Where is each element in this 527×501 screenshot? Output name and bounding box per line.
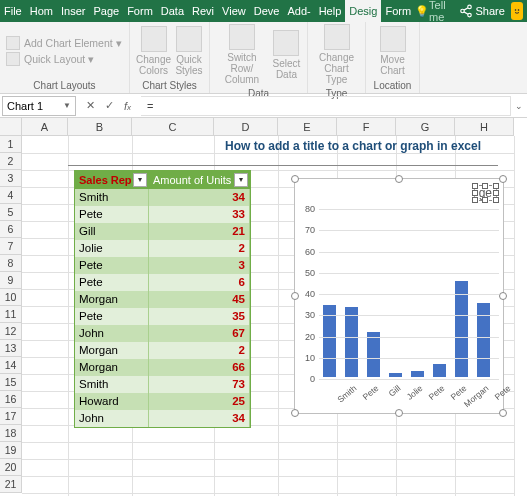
tab-insert[interactable]: Inser	[57, 0, 89, 22]
tab-home[interactable]: Hom	[26, 0, 57, 22]
row-header[interactable]: 10	[0, 289, 22, 306]
cell-value[interactable]: 33	[149, 206, 250, 223]
expand-formula-bar-icon[interactable]: ⌄	[511, 101, 527, 111]
chevron-down-icon[interactable]: ▼	[63, 101, 71, 110]
cell-value[interactable]: 45	[149, 291, 250, 308]
tab-view[interactable]: View	[218, 0, 250, 22]
feedback-smile-icon[interactable]	[511, 2, 523, 20]
data-table[interactable]: Sales Rep▾ Amount of Units▾ Smith34Pete3…	[74, 170, 251, 428]
row-header[interactable]: 3	[0, 170, 22, 187]
chart-title[interactable]: ge	[474, 185, 497, 201]
cell-name[interactable]: Gill	[75, 223, 149, 240]
tab-file[interactable]: File	[0, 0, 26, 22]
table-row[interactable]: Pete33	[75, 206, 250, 223]
table-row[interactable]: Pete3	[75, 257, 250, 274]
tellme-icon[interactable]: 💡	[415, 5, 429, 18]
cell-name[interactable]: Pete	[75, 257, 149, 274]
quick-layout-button[interactable]: Quick Layout ▾	[6, 52, 122, 66]
cell-name[interactable]: John	[75, 325, 149, 342]
row-header[interactable]: 19	[0, 442, 22, 459]
cell-name[interactable]: John	[75, 410, 149, 427]
cell-value[interactable]: 66	[149, 359, 250, 376]
column-header[interactable]: D	[214, 118, 278, 136]
tab-developer[interactable]: Deve	[250, 0, 284, 22]
column-header[interactable]: E	[278, 118, 337, 136]
column-header-amount[interactable]: Amount of Units▾	[149, 171, 250, 189]
column-header[interactable]: C	[132, 118, 214, 136]
cell-name[interactable]: Pete	[75, 308, 149, 325]
change-chart-type-button[interactable]: Change Chart Type	[314, 24, 359, 85]
table-row[interactable]: Smith73	[75, 376, 250, 393]
cell-name[interactable]: Smith	[75, 376, 149, 393]
cell-value[interactable]: 2	[149, 240, 250, 257]
chart-bar[interactable]	[411, 371, 424, 377]
chart-object[interactable]: ge 01020304050607080SmithPeteGillJoliePe…	[294, 178, 504, 414]
table-row[interactable]: Howard25	[75, 393, 250, 410]
quick-styles-button[interactable]: Quick Styles	[175, 26, 203, 76]
row-header[interactable]: 11	[0, 306, 22, 323]
row-header[interactable]: 9	[0, 272, 22, 289]
row-header[interactable]: 5	[0, 204, 22, 221]
cell-value[interactable]: 25	[149, 393, 250, 410]
chart-bar[interactable]	[477, 303, 490, 377]
filter-icon[interactable]: ▾	[234, 173, 248, 187]
fx-icon[interactable]: fx	[124, 100, 131, 112]
cancel-formula-icon[interactable]: ✕	[86, 99, 95, 112]
tellme-label[interactable]: Tell me	[429, 0, 452, 23]
row-header[interactable]: 1	[0, 136, 22, 153]
column-header[interactable]: A	[22, 118, 68, 136]
filter-icon[interactable]: ▾	[133, 173, 147, 187]
cell-value[interactable]: 3	[149, 257, 250, 274]
table-row[interactable]: Smith34	[75, 189, 250, 206]
tab-design[interactable]: Desig	[345, 0, 381, 22]
cell-name[interactable]: Morgan	[75, 359, 149, 376]
change-colors-button[interactable]: Change Colors	[136, 26, 171, 76]
row-header[interactable]: 2	[0, 153, 22, 170]
chart-bar[interactable]	[455, 281, 468, 377]
table-row[interactable]: John67	[75, 325, 250, 342]
chart-bar[interactable]	[433, 364, 446, 377]
row-header[interactable]: 13	[0, 340, 22, 357]
column-header[interactable]: F	[337, 118, 396, 136]
move-chart-button[interactable]: Move Chart	[372, 26, 413, 76]
chart-bar[interactable]	[367, 332, 380, 377]
row-header[interactable]: 15	[0, 374, 22, 391]
table-row[interactable]: Pete6	[75, 274, 250, 291]
cell-value[interactable]: 34	[149, 410, 250, 427]
cell-name[interactable]: Morgan	[75, 291, 149, 308]
add-chart-element-button[interactable]: Add Chart Element ▾	[6, 36, 122, 50]
tab-review[interactable]: Revi	[188, 0, 218, 22]
column-header[interactable]: G	[396, 118, 455, 136]
cell-name[interactable]: Smith	[75, 189, 149, 206]
tab-data[interactable]: Data	[157, 0, 188, 22]
row-header[interactable]: 4	[0, 187, 22, 204]
cell-value[interactable]: 67	[149, 325, 250, 342]
row-header[interactable]: 18	[0, 425, 22, 442]
select-all-corner[interactable]	[0, 118, 22, 136]
tab-formulas[interactable]: Form	[123, 0, 157, 22]
formula-bar[interactable]: =	[141, 96, 511, 116]
select-data-button[interactable]: Select Data	[272, 30, 301, 80]
row-header[interactable]: 14	[0, 357, 22, 374]
chart-bar[interactable]	[389, 373, 402, 377]
cell-value[interactable]: 34	[149, 189, 250, 206]
row-header[interactable]: 8	[0, 255, 22, 272]
table-row[interactable]: Morgan45	[75, 291, 250, 308]
table-row[interactable]: Jolie2	[75, 240, 250, 257]
row-header[interactable]: 6	[0, 221, 22, 238]
worksheet[interactable]: ABCDEFGH 1234567891011121314151617181920…	[0, 118, 527, 501]
cell-name[interactable]: Howard	[75, 393, 149, 410]
cell-name[interactable]: Pete	[75, 274, 149, 291]
enter-formula-icon[interactable]: ✓	[105, 99, 114, 112]
row-header[interactable]: 17	[0, 408, 22, 425]
switch-row-column-button[interactable]: Switch Row/ Column	[216, 24, 268, 85]
cell-value[interactable]: 6	[149, 274, 250, 291]
cell-value[interactable]: 2	[149, 342, 250, 359]
cell-name[interactable]: Pete	[75, 206, 149, 223]
table-row[interactable]: Gill21	[75, 223, 250, 240]
table-row[interactable]: Morgan2	[75, 342, 250, 359]
cell-value[interactable]: 73	[149, 376, 250, 393]
name-box[interactable]: Chart 1 ▼	[2, 96, 76, 116]
row-header[interactable]: 21	[0, 476, 22, 493]
tab-page[interactable]: Page	[89, 0, 123, 22]
